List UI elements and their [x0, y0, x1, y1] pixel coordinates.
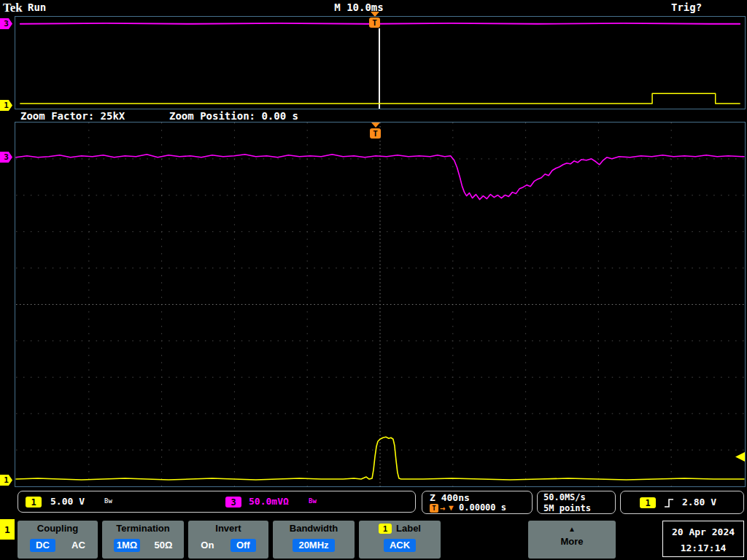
overview-ch3-trace	[20, 23, 740, 24]
invert-button[interactable]: Invert On Off	[188, 521, 268, 559]
zoom-timebase-box: Z 400ns T → ▼ 0.00000 s	[422, 491, 533, 514]
trigger-status: Trig?	[671, 1, 702, 13]
tek-logo: Tek	[3, 1, 23, 15]
label-channel-badge: 1	[379, 524, 392, 534]
label-title-row: 1 Label	[359, 523, 441, 534]
rising-edge-icon	[663, 497, 675, 509]
invert-option-on[interactable]: On	[201, 539, 214, 552]
trigger-readout-box: 1 2.80 V	[620, 491, 744, 514]
oscilloscope-screen: Tek Run M 10.0ms Trig? T 3 1 Zoom Factor…	[0, 0, 747, 560]
bandwidth-title: Bandwidth	[273, 523, 355, 534]
main-window	[15, 122, 746, 487]
overview-window	[15, 16, 746, 109]
time-readout: 12:17:14	[663, 540, 743, 556]
trigger-position-icon: T	[430, 504, 438, 513]
datetime-box: 20 Apr 2024 12:17:14	[662, 521, 744, 557]
label-title: Label	[396, 523, 421, 534]
termination-title: Termination	[102, 523, 184, 534]
main-ch3-trace	[16, 155, 744, 200]
zoom-timebase-readout: Z 400ns	[430, 492, 470, 503]
more-up-arrow-icon: ▲	[528, 525, 616, 533]
trigger-marker-icon: ▼	[449, 503, 454, 513]
record-length-readout: 5M points	[543, 503, 591, 513]
main-ch1-badge: 1	[0, 475, 12, 486]
date-readout: 20 Apr 2024	[663, 524, 743, 540]
ch3-scale-readout: 50.0mVΩ	[249, 496, 289, 507]
more-title: More	[528, 536, 616, 547]
more-button[interactable]: ▲ More	[528, 521, 616, 559]
main-ch3-badge: 3	[0, 152, 12, 163]
sample-rate-readout: 50.0MS/s	[543, 492, 586, 502]
trigger-arrow-icon: →	[440, 503, 445, 513]
invert-option-off[interactable]: Off	[231, 539, 256, 552]
bandwidth-button[interactable]: Bandwidth 20MHz	[273, 521, 355, 559]
timebase-readout: M 10.0ms	[286, 1, 432, 13]
overview-ch3-badge: 3	[0, 18, 12, 29]
overview-waveform-svg	[15, 17, 745, 109]
ch1-scale-readout: 5.00 V	[50, 496, 85, 507]
trigger-source-badge: 1	[640, 497, 656, 508]
invert-title: Invert	[188, 523, 268, 534]
main-waveform-svg	[15, 122, 745, 486]
coupling-button[interactable]: Coupling DC AC	[18, 521, 98, 559]
overview-trigger-arrow-icon[interactable]	[371, 12, 379, 17]
side-menu-tab[interactable]: 1	[0, 519, 15, 540]
termination-option-50[interactable]: 50Ω	[154, 539, 172, 552]
trigger-position-readout: 0.00000 s	[459, 502, 506, 513]
termination-button[interactable]: Termination 1MΩ 50Ω	[102, 521, 184, 559]
termination-option-1m[interactable]: 1MΩ	[114, 539, 140, 552]
acquisition-box: 50.0MS/s 5M points	[537, 491, 616, 514]
label-value[interactable]: ACK	[384, 539, 416, 552]
channel-readout-box: 1 5.00 V Bw 3 50.0mVΩ Bw	[18, 491, 416, 513]
main-trigger-arrow-icon[interactable]	[371, 122, 380, 128]
trigger-level-readout: 2.80 V	[682, 497, 716, 508]
ch1-bw-indicator: Bw	[104, 497, 112, 505]
zoom-position-label: Zoom Position: 0.00 s	[169, 110, 298, 122]
overview-trigger-marker[interactable]: T	[369, 18, 380, 28]
ch3-bw-indicator: Bw	[309, 497, 317, 505]
ch3-readout-badge: 3	[225, 497, 241, 508]
overview-ch1-badge: 1	[0, 100, 12, 111]
main-trigger-marker[interactable]: T	[370, 128, 381, 139]
coupling-option-ac[interactable]: AC	[71, 539, 85, 552]
acquisition-status: Run	[28, 1, 46, 13]
coupling-option-dc[interactable]: DC	[30, 539, 55, 552]
label-button[interactable]: 1 Label ACK	[359, 521, 441, 559]
coupling-title: Coupling	[18, 523, 98, 534]
bandwidth-value[interactable]: 20MHz	[293, 539, 334, 552]
ch1-readout-badge: 1	[26, 497, 42, 508]
main-ch1-trace	[16, 437, 744, 480]
zoom-factor-label: Zoom Factor: 25kX	[20, 110, 125, 122]
